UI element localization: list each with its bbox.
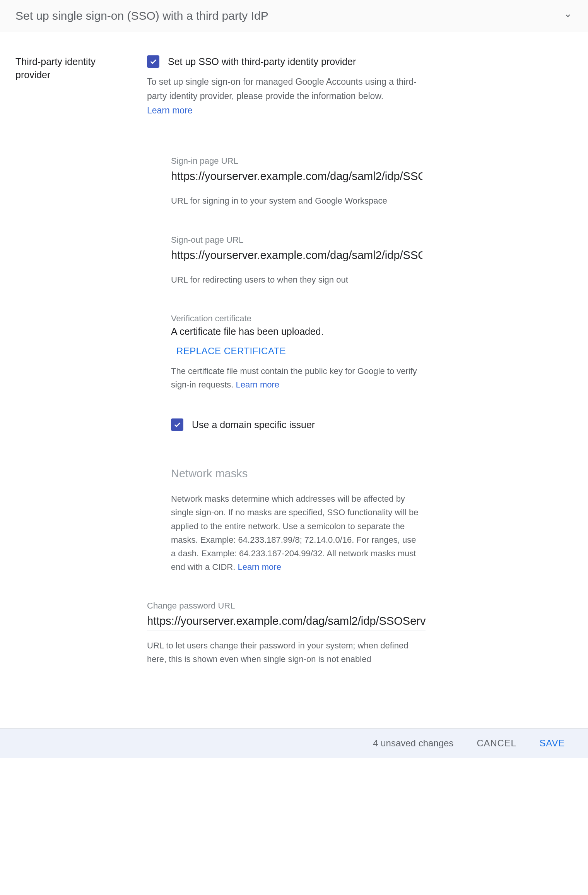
intro-text: To set up single sign-on for managed Goo… <box>147 75 426 117</box>
learn-more-link[interactable]: Learn more <box>147 105 193 115</box>
change-password-url-helper: URL to let users change their password i… <box>147 639 426 666</box>
save-button[interactable]: SAVE <box>540 738 565 749</box>
change-password-url-label: Change password URL <box>147 601 557 611</box>
signout-url-input[interactable] <box>171 247 422 265</box>
enable-sso-label: Set up SSO with third-party identity pro… <box>168 56 356 67</box>
certificate-learn-more-link[interactable]: Learn more <box>236 380 280 389</box>
enable-sso-checkbox[interactable] <box>147 55 159 68</box>
section-title: Third-party identity provider <box>15 55 132 82</box>
domain-issuer-checkbox[interactable] <box>171 418 183 431</box>
cancel-button[interactable]: CANCEL <box>477 738 516 749</box>
network-masks-input[interactable] <box>171 466 422 484</box>
signin-url-label: Sign-in page URL <box>171 156 557 166</box>
chevron-down-icon[interactable] <box>563 11 573 21</box>
check-icon <box>173 420 181 429</box>
signin-url-helper: URL for signing in to your system and Go… <box>171 194 422 207</box>
certificate-label: Verification certificate <box>171 314 557 324</box>
network-masks-learn-more-link[interactable]: Learn more <box>238 562 281 572</box>
panel-title: Set up single sign-on (SSO) with a third… <box>15 9 268 22</box>
certificate-helper: The certificate file must contain the pu… <box>171 364 422 391</box>
signin-url-input[interactable] <box>171 168 422 186</box>
panel-header[interactable]: Set up single sign-on (SSO) with a third… <box>0 0 588 32</box>
signout-url-label: Sign-out page URL <box>171 235 557 245</box>
certificate-status: A certificate file has been uploaded. <box>171 326 557 337</box>
unsaved-changes-text: 4 unsaved changes <box>373 738 453 749</box>
network-masks-helper: Network masks determine which addresses … <box>171 492 422 574</box>
footer-bar: 4 unsaved changes CANCEL SAVE <box>0 728 588 758</box>
check-icon <box>149 57 157 66</box>
signout-url-helper: URL for redirecting users to when they s… <box>171 273 422 286</box>
replace-certificate-button[interactable]: REPLACE CERTIFICATE <box>171 346 557 357</box>
domain-issuer-label: Use a domain specific issuer <box>192 419 315 430</box>
change-password-url-input[interactable] <box>147 613 426 631</box>
